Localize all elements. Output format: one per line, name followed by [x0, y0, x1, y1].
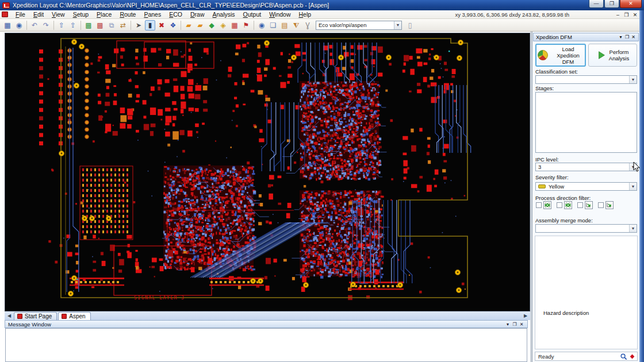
note-icon[interactable]: ▯	[405, 20, 415, 30]
severity-filter-dropdown[interactable]: Yellow ▼	[535, 182, 637, 191]
yellow-severity-icon	[538, 184, 546, 188]
report-icon[interactable]: ❏	[268, 20, 278, 30]
board-green-icon[interactable]: ▩	[83, 20, 94, 30]
hook-icon[interactable]: Ɣ	[302, 20, 313, 30]
layer-view-icon[interactable]: ▮	[145, 20, 155, 30]
upload-icon[interactable]: ⇧	[56, 20, 67, 30]
stages-listbox[interactable]	[535, 92, 637, 153]
process-direction-option-1	[536, 201, 551, 209]
toolbar-separator	[131, 21, 131, 30]
zoom-icon[interactable]: ◉	[256, 20, 267, 30]
maximize-button[interactable]: ❐	[604, 0, 619, 8]
pointer-icon[interactable]: ➤	[133, 20, 144, 30]
tab-scroll-left-icon[interactable]: ◀	[5, 312, 14, 320]
dfm-panel-title: Xpedition DFM	[536, 34, 572, 40]
mdi-restore-button[interactable]: ❐	[622, 12, 631, 18]
transfer-icon[interactable]: ⇄	[118, 20, 128, 30]
dfm-pin-button[interactable]: ❐	[624, 34, 630, 40]
tab-start-page[interactable]: Start Page	[14, 312, 57, 320]
upload-all-icon[interactable]: ⇪	[68, 20, 78, 30]
red-diamond-icon[interactable]	[629, 353, 635, 360]
route-icon[interactable]: ❖	[168, 20, 178, 30]
chevron-down-icon[interactable]: ▼	[629, 76, 637, 83]
mouse-cursor	[633, 161, 641, 172]
flag-red-icon[interactable]: ⚑	[241, 20, 251, 30]
delete-x-icon[interactable]: ✖	[156, 20, 167, 30]
toolbar-separator	[26, 21, 27, 30]
dfm-close-button[interactable]: ✕	[630, 34, 637, 40]
xpedition-dfm-panel: Xpedition DFM ▾❐✕ Load Xpedition DFM Per…	[532, 32, 639, 362]
classification-set-dropdown[interactable]: ▼	[535, 75, 637, 84]
minimize-button[interactable]: —	[589, 0, 604, 8]
menu-view[interactable]: View	[48, 10, 69, 19]
msg-float-button[interactable]: ❐	[511, 322, 518, 327]
msg-close-button[interactable]: ✕	[518, 322, 525, 327]
chevron-down-icon[interactable]: ▼	[629, 225, 637, 232]
menu-place[interactable]: Place	[93, 10, 116, 19]
play-icon	[596, 50, 607, 60]
process-direction-filter-label: Process direction filter:	[535, 195, 591, 201]
menu-eco[interactable]: ECO	[165, 10, 186, 19]
menu-file[interactable]: File	[12, 10, 29, 19]
assembly-merge-mode-label: Assembly merge mode:	[535, 217, 593, 224]
chevron-down-icon[interactable]: ▼	[629, 183, 637, 190]
process-direction-checkbox-1[interactable]	[536, 202, 542, 208]
main-toolbar: ▦◉↶↷⇧⇪▩▩⧉⇄➤▮✖❖▰▰◆◈▦⚑◉❏▤⧨Ɣ Eco valor/npi/…	[0, 19, 644, 32]
funnel-icon[interactable]: ⧨	[291, 20, 301, 30]
redo-icon[interactable]: ↷	[41, 20, 51, 30]
tab-scroll-right-icon[interactable]: ▶	[521, 312, 530, 320]
menu-window[interactable]: Window	[265, 10, 294, 19]
ipc-level-dropdown[interactable]: 3 ▼	[535, 163, 637, 171]
menu-panes[interactable]: Panes	[140, 10, 165, 19]
eco-scheme-combo[interactable]: Eco valor/npi/aspen ▼	[316, 21, 402, 30]
diamond-yellow-icon[interactable]: ◈	[218, 20, 228, 30]
eco-scheme-value: Eco valor/npi/aspen	[319, 22, 366, 28]
menu-output[interactable]: Output	[239, 10, 266, 19]
save-icon[interactable]: ▦	[2, 20, 13, 30]
flow-direction-icon	[605, 201, 614, 209]
board-red-icon[interactable]: ▩	[95, 20, 105, 30]
window-orange-icon[interactable]: ▤	[279, 20, 290, 30]
ipc-level-value: 3	[538, 164, 541, 170]
title-bar: Xpedition Layout C:\MentorGraphics\Valor…	[0, 0, 644, 10]
window-title: Xpedition Layout C:\MentorGraphics\Valor…	[13, 2, 329, 9]
xpedition-layout-window: Xpedition Layout C:\MentorGraphics\Valor…	[0, 0, 644, 362]
copy-icon[interactable]: ⧉	[106, 20, 117, 30]
process-direction-checkbox-3[interactable]	[577, 202, 583, 208]
mdi-close-button[interactable]: ✕	[631, 12, 639, 18]
menu-setup[interactable]: Setup	[69, 10, 93, 19]
chevron-down-icon[interactable]: ▼	[394, 21, 401, 29]
perform-analysis-button[interactable]: Perform Analysis	[588, 44, 637, 67]
close-button[interactable]: ✕	[620, 0, 642, 8]
message-window-header: Message Window ▾❐✕	[5, 320, 528, 328]
find-icon[interactable]: ◉	[14, 20, 24, 30]
hazard-description-area: Hazard description	[535, 236, 638, 349]
message-window-body	[5, 328, 527, 362]
screen-red-icon[interactable]: ▦	[229, 20, 240, 30]
pcb-layout-drawing[interactable]: SIGNAL LAYER 3	[5, 33, 530, 311]
menu-draw[interactable]: Draw	[186, 10, 209, 19]
menu-route[interactable]: Route	[116, 10, 140, 19]
process-direction-checkbox-2[interactable]	[557, 202, 562, 208]
mdi-document-icon	[2, 11, 8, 17]
toolbar-separator	[80, 21, 81, 30]
folder-orange2-icon[interactable]: ▰	[195, 20, 205, 30]
process-direction-checkbox-4[interactable]	[598, 202, 604, 208]
tab-aspen[interactable]: Aspen	[58, 312, 90, 320]
panel-divider[interactable]	[530, 32, 532, 362]
folder-orange-icon[interactable]: ▰	[183, 20, 194, 30]
diamond-green-icon[interactable]: ◆	[206, 20, 217, 30]
undo-icon[interactable]: ↶	[29, 20, 40, 30]
hazard-description-label: Hazard description	[543, 310, 589, 316]
load-xpedition-dfm-button[interactable]: Load Xpedition DFM	[535, 44, 586, 67]
classification-set-label: Classification set:	[535, 68, 578, 75]
assembly-merge-mode-dropdown[interactable]: ▼	[535, 224, 637, 233]
mdi-minimize-button[interactable]: –	[614, 12, 622, 18]
msg-menu-button[interactable]: ▾	[504, 322, 511, 327]
menu-edit[interactable]: Edit	[29, 10, 48, 19]
magnifier-icon[interactable]	[620, 353, 627, 360]
pcb-canvas-area[interactable]: SIGNAL LAYER 3	[5, 33, 530, 311]
menu-analysis[interactable]: Analysis	[208, 10, 239, 19]
menu-help[interactable]: Help	[295, 10, 316, 19]
dfm-menu-button[interactable]: ▾	[618, 34, 624, 40]
